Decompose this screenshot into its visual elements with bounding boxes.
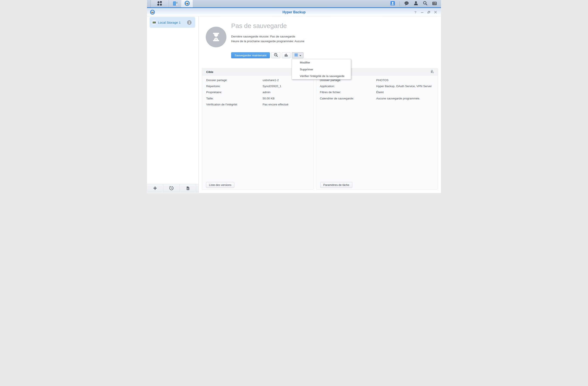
task-sidebar: Local Storage 1 <box>147 16 199 193</box>
chevron-down-icon <box>299 54 301 57</box>
restore-button[interactable] <box>427 11 430 14</box>
field-row: Propriétaire: admin <box>206 89 314 95</box>
hyper-backup-window: Hyper Backup ? <box>147 8 441 193</box>
taskbar-tray <box>390 0 441 7</box>
restore-history-icon <box>169 186 174 191</box>
search-button[interactable] <box>423 1 428 6</box>
close-button[interactable] <box>434 11 437 14</box>
sidebar-toolbar <box>147 184 198 193</box>
restore-button-sidebar[interactable] <box>163 184 180 193</box>
statistics-button[interactable] <box>282 52 291 58</box>
backup-now-button[interactable]: Sauvegarder maintenant <box>231 52 270 58</box>
info-panel: Dossier partagé: PHOTOS Application: Hyp… <box>316 68 438 190</box>
task-menu-dropdown: Modifier Supprimer Vérifier l'intégrité … <box>292 59 351 79</box>
task-menu-icon <box>294 53 298 58</box>
log-button[interactable] <box>180 184 196 193</box>
search-icon <box>423 1 428 6</box>
add-task-button[interactable] <box>147 184 163 193</box>
taskbar-app-hyper-backup[interactable] <box>181 0 193 7</box>
widget-panel-button[interactable] <box>432 1 437 7</box>
sidebar-item-label: Local Storage 1 <box>158 21 181 24</box>
info-panel-icon <box>432 1 437 7</box>
taskbar-app-control-panel[interactable] <box>169 0 181 7</box>
status-heading: Pas de sauvegarde <box>231 22 287 29</box>
version-explorer-icon <box>273 53 278 58</box>
minimize-button[interactable] <box>420 11 423 14</box>
field-row: Répertoire: SynoDS920_1 <box>206 83 314 89</box>
nas-device-icon <box>152 20 156 25</box>
target-panel-title: Cible <box>206 70 213 74</box>
control-panel-icon <box>173 1 178 7</box>
widgets-icon <box>157 1 162 7</box>
add-icon <box>153 186 157 191</box>
user-icon <box>413 1 419 6</box>
statistics-icon <box>284 53 288 58</box>
field-row: Vérification de l'intégrité: Pas encore … <box>206 102 314 108</box>
hyper-backup-icon <box>184 0 190 7</box>
task-menu-button[interactable] <box>292 52 303 58</box>
no-backup-status-icon <box>206 27 226 47</box>
window-header: Hyper Backup ? <box>147 8 441 16</box>
help-button[interactable]: ? <box>414 11 417 14</box>
task-settings-button[interactable]: Paramètres de tâche <box>320 182 352 188</box>
usb-eject-button[interactable] <box>390 1 395 6</box>
menu-item-delete[interactable]: Supprimer <box>292 66 351 73</box>
menu-item-edit[interactable]: Modifier <box>292 59 351 66</box>
target-panel: Cible Dossier partagé: usbshare1-2 Réper… <box>202 68 314 190</box>
next-backup-line: Heure de la prochaine sauvegarde program… <box>231 40 304 43</box>
window-controls: ? <box>414 8 437 16</box>
screen: Hyper Backup ? <box>147 0 441 193</box>
taskbar-left-edge <box>147 0 151 7</box>
hourglass-status-icon <box>187 20 191 25</box>
tray-divider <box>399 1 400 6</box>
field-row: Filtres de fichier: Éteint <box>320 89 438 95</box>
task-detail-content: Pas de sauvegarde Dernière sauvegarde ré… <box>199 16 441 193</box>
chat-icon <box>404 1 409 7</box>
sidebar-item-local-storage-1[interactable]: Local Storage 1 <box>149 17 195 28</box>
user-menu-button[interactable] <box>413 1 419 6</box>
version-explorer-button[interactable] <box>271 52 280 58</box>
version-list-button[interactable]: Liste des versions <box>206 182 234 188</box>
window-title: Hyper Backup <box>147 8 441 16</box>
notifications-button[interactable] <box>404 1 409 7</box>
usb-eject-icon <box>390 1 395 6</box>
log-icon <box>186 186 190 191</box>
action-bar: Sauvegarder maintenant <box>231 52 303 58</box>
menu-item-check-integrity[interactable]: Vérifier l'intégrité de la sauvegarde <box>292 73 351 80</box>
field-row: Application: Hyper Backup, OAuth Service… <box>320 83 438 89</box>
field-row: Taille: 50.00 KB <box>206 95 314 101</box>
field-row: Calendrier de sauvegarde: Aucune sauvega… <box>320 95 438 101</box>
taskbar-apps <box>151 0 193 7</box>
last-backup-line: Dernière sauvegarde réussie: Pas de sauv… <box>231 35 295 38</box>
lock-disabled-icon <box>430 69 435 75</box>
taskbar <box>147 0 441 8</box>
taskbar-app-widgets[interactable] <box>151 0 168 7</box>
